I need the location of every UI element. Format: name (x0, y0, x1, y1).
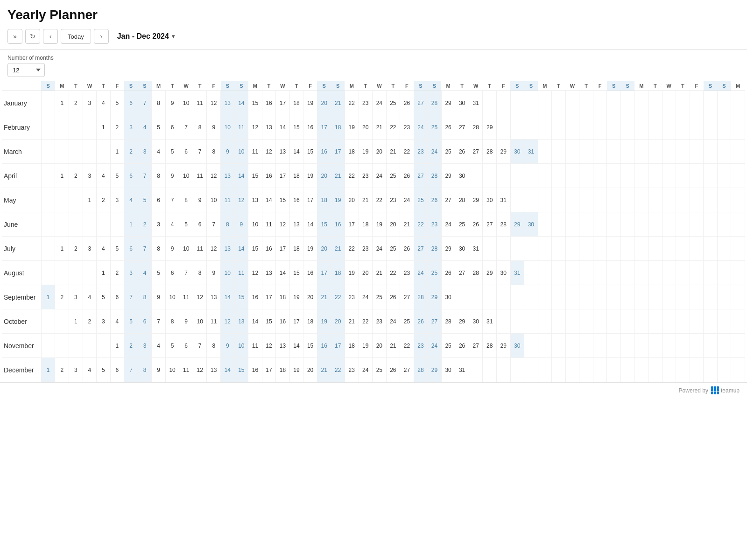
day-cell-september-8[interactable]: 8 (138, 285, 152, 309)
day-cell-august-19[interactable]: 19 (345, 261, 359, 285)
day-cell-february-18[interactable]: 18 (331, 115, 345, 140)
day-cell-july-12[interactable]: 12 (207, 237, 221, 261)
day-cell-march-28[interactable]: 28 (483, 140, 497, 164)
day-cell-january-16[interactable]: 16 (262, 91, 276, 115)
day-cell-november-12[interactable]: 12 (262, 334, 276, 358)
day-cell-october-4[interactable]: 4 (110, 309, 124, 334)
day-cell-february-5[interactable]: 5 (152, 115, 166, 140)
day-cell-march-2[interactable]: 2 (124, 140, 138, 164)
day-cell-january-10[interactable]: 10 (179, 91, 193, 115)
day-cell-november-28[interactable]: 28 (483, 334, 497, 358)
day-cell-november-9[interactable]: 9 (221, 334, 235, 358)
day-cell-december-4[interactable]: 4 (83, 358, 97, 382)
day-cell-june-20[interactable]: 20 (386, 212, 400, 237)
day-cell-june-24[interactable]: 24 (441, 212, 455, 237)
day-cell-december-2[interactable]: 2 (55, 358, 69, 382)
day-cell-april-20[interactable]: 20 (317, 164, 331, 188)
day-cell-april-4[interactable]: 4 (97, 164, 111, 188)
day-cell-june-19[interactable]: 19 (373, 212, 387, 237)
day-cell-june-6[interactable]: 6 (193, 212, 207, 237)
day-cell-august-27[interactable]: 27 (455, 261, 469, 285)
day-cell-may-1[interactable]: 1 (83, 188, 97, 212)
day-cell-october-20[interactable]: 20 (331, 309, 345, 334)
day-cell-september-23[interactable]: 23 (345, 285, 359, 309)
day-cell-march-20[interactable]: 20 (373, 140, 387, 164)
day-cell-october-8[interactable]: 8 (165, 309, 179, 334)
day-cell-september-20[interactable]: 20 (303, 285, 317, 309)
day-cell-august-28[interactable]: 28 (469, 261, 483, 285)
day-cell-february-22[interactable]: 22 (386, 115, 400, 140)
day-cell-august-30[interactable]: 30 (496, 261, 510, 285)
day-cell-february-29[interactable]: 29 (483, 115, 497, 140)
day-cell-march-14[interactable]: 14 (289, 140, 303, 164)
day-cell-march-15[interactable]: 15 (303, 140, 317, 164)
day-cell-april-24[interactable]: 24 (373, 164, 387, 188)
day-cell-november-27[interactable]: 27 (469, 334, 483, 358)
day-cell-october-1[interactable]: 1 (69, 309, 83, 334)
day-cell-february-4[interactable]: 4 (138, 115, 152, 140)
day-cell-april-17[interactable]: 17 (276, 164, 290, 188)
day-cell-may-2[interactable]: 2 (97, 188, 111, 212)
day-cell-march-9[interactable]: 9 (221, 140, 235, 164)
day-cell-december-20[interactable]: 20 (303, 358, 317, 382)
day-cell-may-23[interactable]: 23 (386, 188, 400, 212)
day-cell-january-15[interactable]: 15 (248, 91, 262, 115)
day-cell-may-15[interactable]: 15 (276, 188, 290, 212)
day-cell-october-29[interactable]: 29 (455, 309, 469, 334)
day-cell-september-30[interactable]: 30 (441, 285, 455, 309)
day-cell-february-1[interactable]: 1 (97, 115, 111, 140)
day-cell-february-6[interactable]: 6 (165, 115, 179, 140)
day-cell-march-29[interactable]: 29 (496, 140, 510, 164)
day-cell-may-24[interactable]: 24 (400, 188, 414, 212)
day-cell-july-25[interactable]: 25 (386, 237, 400, 261)
day-cell-june-22[interactable]: 22 (414, 212, 428, 237)
day-cell-july-19[interactable]: 19 (303, 237, 317, 261)
day-cell-september-26[interactable]: 26 (386, 285, 400, 309)
day-cell-may-27[interactable]: 27 (441, 188, 455, 212)
today-button[interactable]: Today (61, 29, 91, 44)
next-button[interactable]: › (94, 29, 109, 44)
day-cell-june-3[interactable]: 3 (152, 212, 166, 237)
day-cell-november-13[interactable]: 13 (276, 334, 290, 358)
day-cell-october-11[interactable]: 11 (207, 309, 221, 334)
day-cell-march-19[interactable]: 19 (359, 140, 373, 164)
day-cell-march-23[interactable]: 23 (414, 140, 428, 164)
day-cell-april-6[interactable]: 6 (124, 164, 138, 188)
day-cell-june-15[interactable]: 15 (317, 212, 331, 237)
day-cell-june-16[interactable]: 16 (331, 212, 345, 237)
day-cell-january-29[interactable]: 29 (441, 91, 455, 115)
day-cell-december-31[interactable]: 31 (455, 358, 469, 382)
day-cell-january-21[interactable]: 21 (331, 91, 345, 115)
day-cell-november-11[interactable]: 11 (248, 334, 262, 358)
day-cell-april-26[interactable]: 26 (400, 164, 414, 188)
day-cell-november-2[interactable]: 2 (124, 334, 138, 358)
day-cell-july-13[interactable]: 13 (221, 237, 235, 261)
day-cell-may-11[interactable]: 11 (221, 188, 235, 212)
day-cell-march-27[interactable]: 27 (469, 140, 483, 164)
day-cell-october-31[interactable]: 31 (483, 309, 497, 334)
day-cell-july-29[interactable]: 29 (441, 237, 455, 261)
day-cell-october-22[interactable]: 22 (359, 309, 373, 334)
day-cell-october-14[interactable]: 14 (248, 309, 262, 334)
day-cell-april-19[interactable]: 19 (303, 164, 317, 188)
day-cell-december-22[interactable]: 22 (331, 358, 345, 382)
day-cell-may-26[interactable]: 26 (428, 188, 442, 212)
day-cell-august-17[interactable]: 17 (317, 261, 331, 285)
day-cell-august-6[interactable]: 6 (165, 261, 179, 285)
day-cell-april-18[interactable]: 18 (289, 164, 303, 188)
day-cell-april-13[interactable]: 13 (221, 164, 235, 188)
day-cell-february-23[interactable]: 23 (400, 115, 414, 140)
day-cell-october-18[interactable]: 18 (303, 309, 317, 334)
day-cell-august-20[interactable]: 20 (359, 261, 373, 285)
day-cell-september-22[interactable]: 22 (331, 285, 345, 309)
day-cell-october-12[interactable]: 12 (221, 309, 235, 334)
day-cell-september-5[interactable]: 5 (97, 285, 111, 309)
day-cell-july-5[interactable]: 5 (110, 237, 124, 261)
day-cell-july-22[interactable]: 22 (345, 237, 359, 261)
day-cell-july-28[interactable]: 28 (428, 237, 442, 261)
day-cell-january-14[interactable]: 14 (234, 91, 248, 115)
day-cell-august-31[interactable]: 31 (510, 261, 524, 285)
day-cell-september-2[interactable]: 2 (55, 285, 69, 309)
day-cell-may-21[interactable]: 21 (359, 188, 373, 212)
day-cell-march-18[interactable]: 18 (345, 140, 359, 164)
